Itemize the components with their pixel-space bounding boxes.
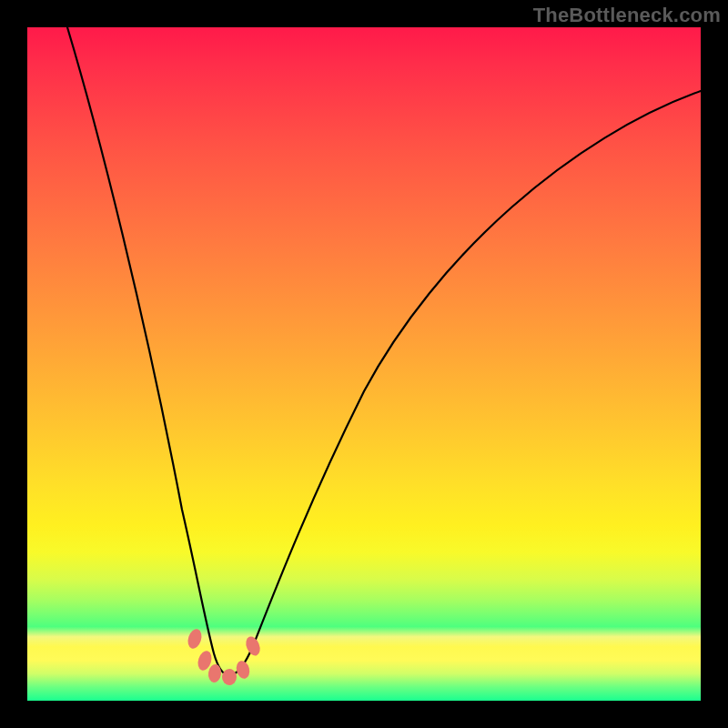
marker-dot: [186, 627, 204, 650]
bottleneck-curve: [27, 27, 701, 701]
marker-dot: [243, 634, 262, 658]
curve-path: [67, 27, 701, 675]
marker-dot: [235, 660, 251, 681]
marker-dot: [222, 669, 237, 685]
plot-area: [27, 27, 701, 701]
marker-dot: [207, 663, 223, 683]
brand-watermark: TheBottleneck.com: [533, 4, 721, 27]
